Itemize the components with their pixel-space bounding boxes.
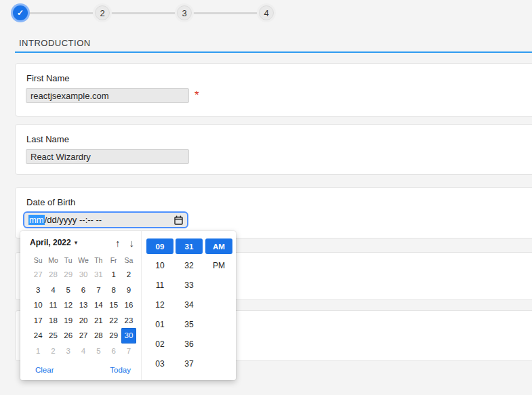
month-year-selector[interactable]: April, 2022	[30, 238, 71, 247]
meridiem-selected-value[interactable]: AM	[205, 238, 232, 254]
calendar-day[interactable]: 21	[91, 313, 106, 329]
calendar-day[interactable]: 20	[76, 313, 91, 329]
prev-month-arrow-icon[interactable]: ↑	[115, 238, 121, 248]
check-icon: ✓	[17, 9, 24, 17]
last-name-panel: Last Name	[15, 124, 532, 175]
hours-option[interactable]: 01	[146, 314, 173, 334]
calendar-day[interactable]: 5	[61, 283, 76, 298]
step-4-label: 4	[264, 8, 268, 18]
calendar-day[interactable]: 18	[45, 313, 60, 329]
calendar-grid: 2728293031123456789101112131415161718192…	[30, 267, 136, 358]
calendar-day[interactable]: 2	[121, 267, 136, 283]
meridiem-list: PM	[205, 255, 232, 275]
calendar-day[interactable]: 23	[121, 313, 136, 329]
hours-option[interactable]: 03	[146, 354, 173, 373]
dob-datetime-input[interactable]: mm/dd/yyyy --:-- --	[23, 211, 188, 228]
last-name-input[interactable]	[26, 149, 189, 164]
calendar-day[interactable]: 2	[45, 344, 60, 359]
calendar-day[interactable]: 1	[30, 344, 45, 359]
dob-placeholder-rest: /dd/yyyy --:-- --	[45, 215, 102, 225]
calendar-day[interactable]: 29	[61, 267, 76, 283]
calendar-day[interactable]: 7	[91, 283, 106, 298]
hours-list: 101112010203	[146, 255, 173, 373]
hours-column: 09101112010203	[146, 231, 173, 373]
time-pane: 0910111201020331323334353637AMPM	[141, 231, 236, 380]
calendar-day[interactable]: 14	[91, 297, 106, 313]
next-month-arrow-icon[interactable]: ↓	[129, 238, 135, 248]
step-2-label: 2	[100, 8, 104, 18]
dob-month-segment[interactable]: mm	[28, 215, 45, 225]
caret-down-icon[interactable]: ▾	[75, 239, 78, 246]
calendar-footer: Clear Today	[35, 366, 131, 374]
calendar-day[interactable]: 3	[61, 344, 76, 359]
last-name-label: Last Name	[26, 134, 69, 144]
minutes-option[interactable]: 34	[176, 295, 203, 314]
hours-option[interactable]: 12	[146, 295, 173, 314]
calendar-day[interactable]: 15	[106, 297, 121, 313]
calendar-day[interactable]: 3	[30, 283, 45, 298]
first-name-input[interactable]	[26, 88, 189, 103]
weekday-label: Th	[91, 255, 106, 264]
calendar-day[interactable]: 24	[30, 328, 45, 344]
step-2[interactable]: 2	[95, 5, 110, 20]
calendar-day[interactable]: 31	[91, 267, 106, 283]
step-3[interactable]: 3	[177, 5, 192, 20]
calendar-day[interactable]: 13	[76, 297, 91, 313]
meridiem-option[interactable]: PM	[205, 255, 232, 275]
calendar-day[interactable]: 6	[76, 283, 91, 298]
calendar-day[interactable]: 16	[121, 297, 136, 313]
clear-button[interactable]: Clear	[35, 366, 54, 374]
calendar-pane: April, 2022 ▾ ↑ ↓ SuMoTuWeThFrSa 2728293…	[20, 231, 141, 380]
calendar-day[interactable]: 26	[61, 328, 76, 344]
calendar-day[interactable]: 4	[45, 283, 60, 298]
hours-option[interactable]: 11	[146, 275, 173, 295]
calendar-day[interactable]: 5	[91, 344, 106, 359]
calendar-icon[interactable]	[174, 215, 183, 225]
minutes-column: 31323334353637	[176, 231, 203, 373]
calendar-day-selected[interactable]: 30	[121, 328, 136, 344]
calendar-day[interactable]: 29	[106, 328, 121, 344]
calendar-day[interactable]: 11	[45, 297, 60, 313]
minutes-option[interactable]: 35	[176, 314, 203, 334]
calendar-day[interactable]: 30	[76, 267, 91, 283]
step-1-complete[interactable]: ✓	[13, 5, 28, 20]
calendar-day[interactable]: 9	[121, 283, 136, 298]
weekday-label: Mo	[45, 255, 60, 264]
step-4[interactable]: 4	[259, 5, 274, 20]
calendar-day[interactable]: 10	[30, 297, 45, 313]
hours-option[interactable]: 10	[146, 255, 173, 275]
calendar-day[interactable]: 22	[106, 313, 121, 329]
weekday-label: Fr	[106, 255, 121, 264]
meridiem-column: AMPM	[205, 231, 232, 275]
calendar-day[interactable]: 4	[76, 344, 91, 359]
calendar-nav: ↑ ↓	[115, 238, 134, 248]
minutes-option[interactable]: 36	[176, 334, 203, 354]
calendar-day[interactable]: 12	[61, 297, 76, 313]
first-name-panel: First Name *	[15, 63, 532, 117]
weekday-label: Tu	[61, 255, 76, 264]
calendar-day[interactable]: 1	[106, 267, 121, 283]
calendar-day[interactable]: 17	[30, 313, 45, 329]
calendar-day[interactable]: 27	[30, 267, 45, 283]
calendar-day[interactable]: 19	[61, 313, 76, 329]
calendar-day[interactable]: 7	[121, 344, 136, 359]
stepper-track	[21, 12, 268, 14]
section-title-underline	[15, 51, 532, 53]
calendar-day[interactable]: 25	[45, 328, 60, 344]
section-title: INTRODUCTION	[19, 38, 91, 48]
calendar-day[interactable]: 8	[106, 283, 121, 298]
today-button[interactable]: Today	[110, 366, 131, 374]
calendar-day[interactable]: 27	[76, 328, 91, 344]
minutes-option[interactable]: 32	[176, 255, 203, 275]
calendar-day[interactable]: 6	[106, 344, 121, 359]
hours-selected-value[interactable]: 09	[146, 238, 173, 254]
calendar-day[interactable]: 28	[45, 267, 60, 283]
calendar-header: April, 2022 ▾ ↑ ↓	[30, 236, 134, 249]
minutes-option[interactable]: 33	[176, 275, 203, 295]
minutes-option[interactable]: 37	[176, 354, 203, 373]
hours-option[interactable]: 02	[146, 334, 173, 354]
minutes-selected-value[interactable]: 31	[176, 238, 203, 254]
required-asterisk: *	[195, 89, 199, 101]
calendar-day[interactable]: 28	[91, 328, 106, 344]
wizard-page: ✓ 2 3 4 INTRODUCTION First Name * Last N…	[0, 0, 532, 395]
